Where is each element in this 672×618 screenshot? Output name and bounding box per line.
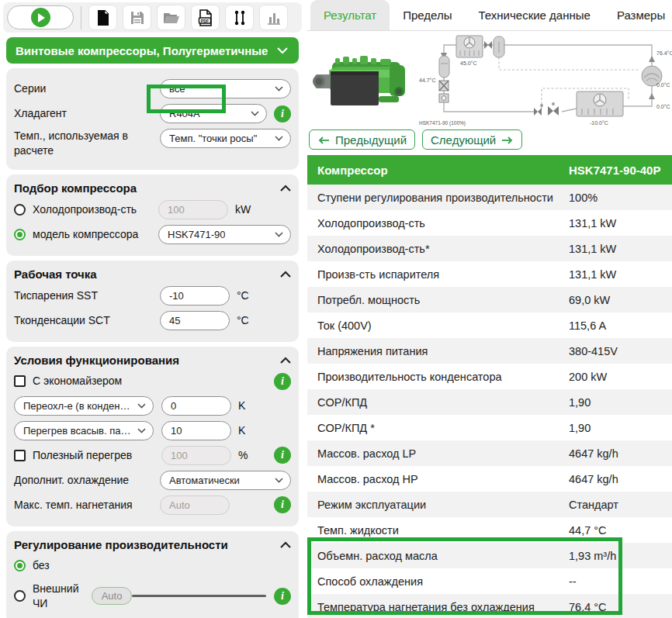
economizer-label: С экономайзером xyxy=(33,374,178,388)
superheat-select[interactable]: Перегрев всасыв. паров xyxy=(14,421,154,440)
compare-button[interactable] xyxy=(225,5,254,30)
info-icon[interactable] xyxy=(274,105,291,123)
next-button[interactable]: Следующий xyxy=(422,129,522,150)
subcooling-input[interactable]: 0 xyxy=(161,396,231,416)
new-file-button[interactable] xyxy=(88,5,117,30)
max-discharge-input[interactable]: Auto xyxy=(160,495,230,515)
cond-temp-label: Тконденсации SCT xyxy=(14,313,160,328)
row-value: 4647 kg/h xyxy=(569,447,672,460)
pdf-export-button[interactable]: PDF xyxy=(191,5,220,30)
subcooling-select[interactable]: Переохл-е (в конденсат... xyxy=(14,396,154,416)
row-label: Ток (400V) xyxy=(307,319,569,332)
row-label: Холодопроизвод-сть* xyxy=(307,243,569,255)
capacity-unit: kW xyxy=(235,203,251,216)
row-value: 131,1 kW xyxy=(569,217,672,230)
table-row: Массов. расход LP4647 kg/h xyxy=(307,440,672,466)
chevron-down-icon xyxy=(270,136,283,141)
cond-temp-unit: °C xyxy=(237,314,249,326)
previous-button[interactable]: Предыдущий xyxy=(309,129,415,150)
selection-title: Подбор компрессора xyxy=(14,181,137,195)
previous-label: Предыдущий xyxy=(335,133,407,147)
table-row: Произв-сть испарителя131,1 kW xyxy=(307,261,672,287)
chevron-down-icon xyxy=(133,403,146,409)
external-fi-radio[interactable] xyxy=(14,590,26,602)
info-icon[interactable] xyxy=(274,588,291,605)
collapse-chevron-icon[interactable] xyxy=(280,185,291,192)
tab-technical-data[interactable]: Технические данные xyxy=(466,0,604,30)
slider-track[interactable] xyxy=(132,595,266,597)
row-label: Производительность конденсатора xyxy=(307,371,569,383)
capacity-input[interactable]: 100 xyxy=(158,200,228,219)
info-icon[interactable] xyxy=(274,447,291,464)
economizer-checkbox[interactable] xyxy=(14,375,26,387)
table-row: COP/КПД *1,90 xyxy=(307,415,672,440)
capacity-radio[interactable] xyxy=(14,204,26,216)
row-label: Режим эксплуатации xyxy=(307,499,569,511)
row-value: 44,7 °C xyxy=(569,524,672,537)
subcooling-unit: K xyxy=(238,399,245,412)
add-cooling-label: Дополнит. охлаждение xyxy=(14,473,160,488)
row-value: 1,90 xyxy=(569,422,672,434)
table-row: Холодопроизвод-сть*131,1 kW xyxy=(307,236,672,261)
chevron-down-icon xyxy=(277,47,288,54)
row-label: Темп. жидкости xyxy=(307,524,569,537)
temp-basis-select[interactable]: Темп. "точки росы" xyxy=(160,129,291,148)
table-row: Температура нагнетания без охлаждения76,… xyxy=(307,594,672,618)
row-label: Произв-сть испарителя xyxy=(307,268,569,281)
evap-temp-input[interactable]: -10 xyxy=(160,286,230,306)
arrow-left-icon xyxy=(317,133,330,147)
slider-handle[interactable]: Auto xyxy=(92,587,132,605)
refrigerant-select[interactable]: R404A xyxy=(160,104,267,123)
new-file-icon xyxy=(95,9,111,26)
save-button[interactable] xyxy=(123,5,151,30)
table-row: COP/КПД1,90 xyxy=(307,389,672,415)
model-select[interactable]: HSK7471-90 xyxy=(158,225,291,244)
info-icon[interactable] xyxy=(274,496,291,513)
table-row: Режим эксплуатацииСтандарт xyxy=(307,492,672,517)
superheat-input[interactable]: 10 xyxy=(161,421,231,440)
row-value: 76,4 °C xyxy=(569,601,672,613)
compressor-type-select[interactable]: Винтовые компрессоры, Полугерметичные xyxy=(6,37,299,64)
no-control-radio[interactable] xyxy=(14,560,26,571)
chevron-down-icon xyxy=(270,86,283,91)
row-label: Температура нагнетания без охлаждения xyxy=(307,601,569,613)
chevron-down-icon xyxy=(246,111,259,116)
chart-button[interactable] xyxy=(259,5,288,30)
collapse-chevron-icon[interactable] xyxy=(280,541,291,548)
row-value: 131,1 kW xyxy=(569,243,672,255)
cond-temp-input[interactable]: 45 xyxy=(160,311,230,330)
add-cooling-select[interactable]: Автоматически xyxy=(160,471,291,490)
diagram-model-label: HSK7471-90 (100%) xyxy=(419,120,466,126)
run-button[interactable] xyxy=(7,5,74,29)
row-label: COP/КПД * xyxy=(307,422,569,434)
collapse-chevron-icon[interactable] xyxy=(280,271,291,278)
row-label: COP/КПД xyxy=(307,396,569,409)
collapse-chevron-icon[interactable] xyxy=(280,357,291,364)
info-icon[interactable] xyxy=(274,373,291,390)
table-row: Производительность конденсатора200 kW xyxy=(307,364,672,389)
capacity-control-title: Регулирование производительности xyxy=(14,538,228,551)
row-value: 4647 kg/h xyxy=(569,473,672,485)
series-select[interactable]: все xyxy=(160,79,291,98)
tab-dimensions[interactable]: Размеры xyxy=(604,0,672,30)
row-label: Массов. расход LP xyxy=(307,447,569,460)
results-table-header: Компрессор HSK7471-90-40P xyxy=(307,155,672,185)
results-table: Компрессор HSK7471-90-40P Ступени регули… xyxy=(307,155,672,618)
toolbar: PDF xyxy=(3,2,302,33)
frequency-slider[interactable]: Auto xyxy=(92,587,274,605)
open-file-button[interactable] xyxy=(157,5,185,30)
arrow-right-icon xyxy=(501,133,514,147)
row-label: Напряжения питания xyxy=(307,345,569,357)
results-table-body: Ступени регулирования производительности… xyxy=(307,185,672,618)
evap-temp-unit: °C xyxy=(237,289,249,302)
play-icon xyxy=(31,8,50,27)
tab-result[interactable]: Результат xyxy=(310,0,390,30)
tab-limits[interactable]: Пределы xyxy=(390,0,465,30)
row-label: Объемн. расход масла xyxy=(307,550,569,562)
chevron-down-icon xyxy=(133,428,146,433)
useful-superheat-checkbox[interactable] xyxy=(14,450,26,461)
table-row: Ток (400V)115,6 A xyxy=(307,312,672,338)
result-navigation: Предыдущий Следующий xyxy=(309,129,672,150)
useful-superheat-input[interactable]: 100 xyxy=(161,446,231,465)
model-radio[interactable] xyxy=(14,229,26,240)
